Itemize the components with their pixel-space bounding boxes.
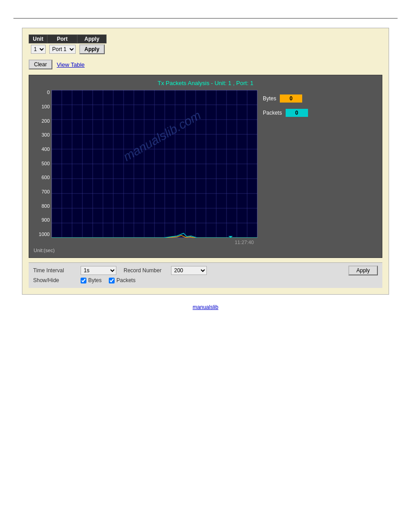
packets-legend-label: Packets [263,110,282,116]
y-label-600: 600 [34,175,50,180]
bottom-controls: Time Interval 1s 5s 10s 30s 60s Record N… [29,262,382,288]
chart-left: 1000 900 800 700 600 500 400 300 200 100… [34,90,257,245]
main-panel: Unit Port Apply 1 2 3 4 [22,28,389,295]
chart-grid-wrapper: 11:27:40 [51,90,257,245]
view-table-link[interactable]: View Table [57,61,85,68]
chart-panel: manualslib.com Tx Packets Analysis - Uni… [29,75,382,258]
packets-checkbox[interactable] [109,278,115,283]
y-axis-labels: 1000 900 800 700 600 500 400 300 200 100… [34,90,50,238]
bottom-link-area: manualslib [13,304,398,310]
y-label-0: 0 [34,90,50,95]
filter-table: Unit Port Apply 1 2 3 4 [29,34,107,55]
y-label-800: 800 [34,204,50,209]
show-hide-label: Show/Hide [33,277,73,283]
packets-checkbox-label[interactable]: Packets [109,277,136,283]
y-label-300: 300 [34,133,50,137]
y-label-100: 100 [34,104,50,109]
bytes-checkbox-text: Bytes [88,277,102,283]
chart-grid [51,90,257,238]
y-label-1000: 1000 [34,232,50,237]
y-label-500: 500 [34,161,50,166]
record-number-select[interactable]: 50 100 200 500 [171,266,207,275]
chart-svg [51,90,257,238]
bytes-legend-label: Bytes [263,95,276,102]
y-label-200: 200 [34,119,50,124]
record-number-label: Record Number [124,267,164,274]
unit-sec-label: Unit:(sec) [34,248,377,253]
port-select[interactable]: Port 1 Port 2 Port 3 Port 4 [49,45,76,54]
filter-apply-button[interactable]: Apply [79,44,105,54]
bytes-checkbox-label[interactable]: Bytes [81,277,102,283]
chart-timestamp: 11:27:40 [51,240,257,245]
unit-column-header: Unit [29,35,47,43]
action-bar: Clear View Table [29,60,382,69]
y-label-900: 900 [34,218,50,223]
footer-link[interactable]: manualslib [193,304,218,310]
packets-legend-item: Packets 0 [263,109,308,117]
chart-area: 1000 900 800 700 600 500 400 300 200 100… [34,90,377,245]
clear-button[interactable]: Clear [29,60,52,69]
controls-row-2: Show/Hide Bytes Packets [33,277,378,283]
bytes-value: 0 [280,94,302,103]
filter-bar: Unit Port Apply 1 2 3 4 [29,34,382,55]
y-label-400: 400 [34,147,50,152]
controls-row-1: Time Interval 1s 5s 10s 30s 60s Record N… [33,266,378,275]
chart-title: Tx Packets Analysis - Unit: 1 , Port: 1 [34,80,377,86]
time-interval-select[interactable]: 1s 5s 10s 30s 60s [81,266,116,275]
y-label-700: 700 [34,189,50,194]
unit-select[interactable]: 1 2 3 4 [31,45,46,54]
apply-column-header: Apply [77,35,107,43]
chart-legend: Bytes 0 Packets 0 [263,90,308,245]
time-interval-label: Time Interval [33,267,73,274]
port-column-header: Port [47,35,77,43]
bytes-checkbox[interactable] [81,278,86,283]
packets-checkbox-text: Packets [116,277,136,283]
bottom-apply-button[interactable]: Apply [348,266,378,275]
bytes-legend-item: Bytes 0 [263,94,308,103]
packets-value: 0 [286,109,308,117]
